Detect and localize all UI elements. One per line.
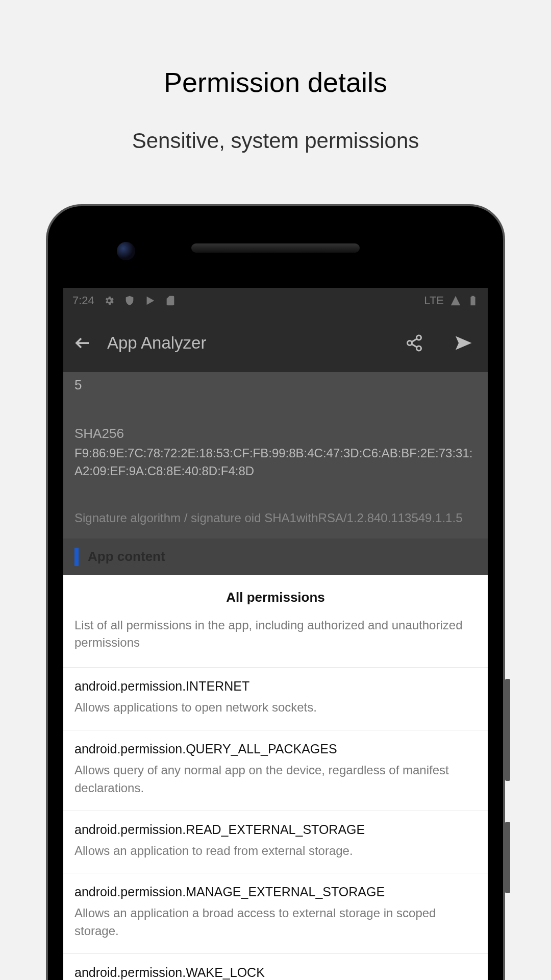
section-title: App content xyxy=(88,549,165,565)
cert-sha-label: SHA256 xyxy=(74,426,477,442)
permissions-sheet: All permissions List of all permissions … xyxy=(63,575,488,980)
status-bar: 7:24 xyxy=(63,288,488,313)
cert-signature-line: Signature algorithm / signature oid SHA1… xyxy=(74,511,477,525)
sd-card-icon xyxy=(165,295,176,306)
section-app-content[interactable]: App content xyxy=(63,538,488,575)
permission-desc: Allows an application a broad access to … xyxy=(74,904,477,940)
signal-icon xyxy=(450,295,461,306)
power-button xyxy=(505,822,510,893)
app-bar-title: App Analyzer xyxy=(107,333,390,353)
svg-point-0 xyxy=(417,335,421,340)
shield-icon xyxy=(124,295,135,306)
permission-name: android.permission.QUERY_ALL_PACKAGES xyxy=(74,742,477,756)
certificate-section: 5 SHA256 F9:86:9E:7C:78:72:2E:18:53:CF:F… xyxy=(63,372,488,538)
phone-frame: 7:24 xyxy=(46,204,505,980)
share-icon[interactable] xyxy=(405,334,423,352)
svg-point-1 xyxy=(408,340,412,345)
permission-name: android.permission.READ_EXTERNAL_STORAGE xyxy=(74,822,477,837)
play-icon xyxy=(144,295,156,306)
send-icon[interactable] xyxy=(454,334,472,352)
permission-desc: Allows applications to open network sock… xyxy=(74,699,477,717)
permission-row[interactable]: android.permission.READ_EXTERNAL_STORAGE… xyxy=(63,811,488,873)
permission-row[interactable]: android.permission.INTERNET Allows appli… xyxy=(63,667,488,730)
permission-row[interactable]: android.permission.WAKE_LOCK xyxy=(63,953,488,980)
permission-name: android.permission.MANAGE_EXTERNAL_STORA… xyxy=(74,885,477,899)
permission-row[interactable]: android.permission.MANAGE_EXTERNAL_STORA… xyxy=(63,873,488,953)
section-marker xyxy=(74,548,79,566)
speaker-grille xyxy=(191,243,360,253)
permission-name: android.permission.INTERNET xyxy=(74,679,477,694)
app-bar: App Analyzer xyxy=(63,313,488,372)
permission-row[interactable]: android.permission.QUERY_ALL_PACKAGES Al… xyxy=(63,730,488,811)
permission-desc: Allows an application to read from exter… xyxy=(74,842,477,860)
page-title: Permission details xyxy=(0,0,551,98)
battery-icon xyxy=(467,295,479,306)
network-label: LTE xyxy=(424,294,444,307)
sheet-subtitle: List of all permissions in the app, incl… xyxy=(63,609,488,668)
svg-point-2 xyxy=(417,346,421,351)
volume-button xyxy=(505,679,510,781)
sheet-title: All permissions xyxy=(63,575,488,609)
permission-name: android.permission.WAKE_LOCK xyxy=(74,965,477,980)
permission-desc: Allows query of any normal app on the de… xyxy=(74,762,477,797)
front-camera xyxy=(117,242,135,260)
status-time: 7:24 xyxy=(72,294,94,307)
gear-icon xyxy=(104,295,115,306)
cert-sha-value: F9:86:9E:7C:78:72:2E:18:53:CF:FB:99:8B:4… xyxy=(74,445,477,480)
cert-index: 5 xyxy=(74,377,477,393)
page-subtitle: Sensitive, system permissions xyxy=(0,98,551,153)
back-arrow-icon[interactable] xyxy=(73,334,92,352)
